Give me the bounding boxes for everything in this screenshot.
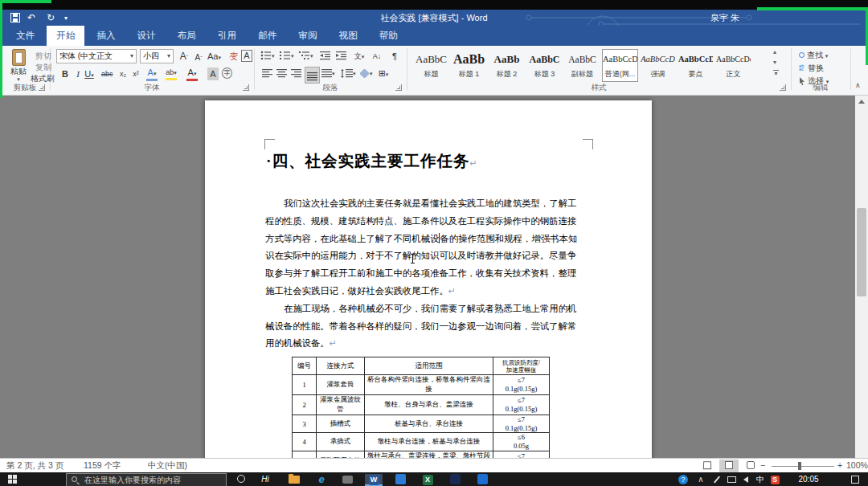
align-right-button[interactable] <box>291 68 301 78</box>
font-dialog-launcher[interactable] <box>243 84 249 91</box>
word-taskbar-icon[interactable]: W <box>365 474 383 486</box>
tab-design[interactable]: 设计 <box>128 26 166 46</box>
strikethrough-button[interactable]: abc <box>101 67 113 80</box>
change-case-button[interactable]: Aa▾ <box>207 50 221 64</box>
style-card-heading1[interactable]: AaBb标题 1 <box>451 49 487 82</box>
styles-scroll-down-button[interactable]: ▾ <box>773 59 776 66</box>
tray-chevron-icon[interactable]: ∧ <box>694 474 707 486</box>
notification-center-icon[interactable] <box>849 474 862 486</box>
align-left-button[interactable] <box>262 68 272 78</box>
zoom-out-button[interactable]: − <box>760 459 765 472</box>
phonetic-guide-button[interactable]: 变 <box>228 50 240 63</box>
style-card-heading3[interactable]: AaBbC标题 3 <box>526 49 563 82</box>
tray-help-icon[interactable]: ? <box>677 474 690 486</box>
tab-insert[interactable]: 插入 <box>87 26 125 46</box>
clipboard-dialog-launcher[interactable] <box>39 84 45 91</box>
photos-app-icon[interactable] <box>476 474 489 486</box>
tab-home[interactable]: 开始 <box>47 26 84 46</box>
replace-button[interactable]: abac替换 <box>799 63 824 73</box>
increase-indent-button[interactable] <box>336 51 347 60</box>
clock[interactable]: 20:05 <box>792 474 825 486</box>
zoom-slider-track[interactable] <box>772 466 834 467</box>
borders-button[interactable]: ⊞▾ <box>378 67 389 81</box>
read-mode-button[interactable] <box>698 459 717 472</box>
sogou-icon[interactable]: S <box>768 474 781 486</box>
document-page[interactable]: ·四、社会实践主要工作任务↵ 我们这次社会实践的主要任务就是看懂社会实践工地的建… <box>205 100 652 458</box>
styles-more-button[interactable]: ▼ <box>773 70 779 76</box>
excel-taskbar-icon[interactable]: X <box>421 474 434 486</box>
decrease-indent-button[interactable] <box>320 51 331 60</box>
web-layout-button[interactable] <box>741 459 760 472</box>
scrollbar-thumb[interactable] <box>857 208 866 296</box>
volume-tray-icon[interactable] <box>739 474 752 486</box>
app-icon-blue[interactable] <box>394 474 407 486</box>
bullets-button[interactable]: ▾ <box>260 51 275 60</box>
styles-scroll-up-button[interactable]: ▴ <box>773 48 776 55</box>
shrink-font-button[interactable]: Aˇ <box>193 51 204 65</box>
justify-button[interactable] <box>305 67 320 84</box>
style-card-body-text[interactable]: AaBbCcDd正文 <box>715 49 751 82</box>
app-icon-navy[interactable] <box>448 474 461 486</box>
ime-indicator[interactable]: 中 <box>754 474 767 486</box>
style-card-emphasis[interactable]: AaBbCcD强调 <box>640 49 676 82</box>
multilevel-list-button[interactable]: ▾ <box>299 51 313 60</box>
shading-button[interactable]: ▾ <box>360 68 373 78</box>
tab-help[interactable]: 帮助 <box>370 26 407 46</box>
font-color-button[interactable]: A▾ <box>186 67 198 81</box>
account-name[interactable]: 泉宇 朱 <box>710 10 739 26</box>
tab-file[interactable]: 文件 <box>6 26 44 46</box>
styles-dialog-launcher[interactable] <box>780 84 786 91</box>
scroll-up-arrow[interactable] <box>858 100 865 104</box>
sort-button[interactable]: A↓ <box>371 50 383 63</box>
font-size-combo[interactable]: ▾小四 <box>140 49 174 63</box>
font-name-combo[interactable]: ▾宋体 (中文正文 <box>56 49 137 63</box>
zoom-level[interactable]: 100% <box>846 459 868 472</box>
character-border-button[interactable]: A <box>241 50 252 62</box>
line-spacing-button[interactable]: ▾ <box>341 68 356 78</box>
style-card-title[interactable]: AaBbC标题 <box>413 49 449 82</box>
camera-app-icon[interactable] <box>341 474 354 486</box>
cortana-icon[interactable] <box>235 474 248 486</box>
language-indicator[interactable]: 中文(中国) <box>148 459 187 472</box>
zoom-in-button[interactable]: + <box>837 459 842 472</box>
hi-app-icon[interactable]: Hi <box>259 474 272 486</box>
asian-layout-button[interactable]: 文▾ <box>354 50 365 63</box>
cut-button[interactable]: 剪切 <box>35 51 51 61</box>
file-explorer-icon[interactable] <box>288 474 301 486</box>
subscript-button[interactable]: x₂ <box>117 67 129 80</box>
enclose-characters-button[interactable]: 字 <box>222 67 232 79</box>
page-indicator[interactable]: 第 2 页, 共 3 页 <box>6 459 63 472</box>
tab-review[interactable]: 审阅 <box>289 26 326 46</box>
word-count[interactable]: 1159 个字 <box>84 459 121 472</box>
bold-button[interactable]: B <box>59 67 71 80</box>
edge-browser-icon[interactable]: e <box>315 474 328 486</box>
collapse-ribbon-button[interactable]: ∧ <box>855 81 861 89</box>
copy-button[interactable]: 复制 <box>35 62 51 72</box>
align-center-button[interactable] <box>276 68 287 78</box>
grow-font-button[interactable]: Aˆ <box>178 50 190 64</box>
style-card-strong[interactable]: AaBbCcD要点 <box>678 49 714 82</box>
pen-tray-icon[interactable] <box>710 474 723 486</box>
tab-view[interactable]: 视图 <box>330 26 367 46</box>
monitor-tray-icon[interactable] <box>725 474 738 486</box>
taskbar-search-input[interactable]: 在这里输入你要搜索的内容 <box>66 473 227 486</box>
zoom-slider-thumb[interactable] <box>798 462 801 470</box>
superscript-button[interactable]: x² <box>130 67 141 80</box>
print-layout-button[interactable] <box>719 459 739 472</box>
vertical-scrollbar[interactable] <box>855 96 868 458</box>
style-card-subtitle[interactable]: AaBbC副标题 <box>564 49 600 82</box>
numbering-button[interactable]: ▾ <box>280 51 294 60</box>
tab-layout[interactable]: 布局 <box>168 26 206 46</box>
find-button[interactable]: 查找 ▾ <box>799 50 828 61</box>
character-shading-button[interactable]: A <box>207 67 219 80</box>
text-highlight-button[interactable]: ab▾ <box>166 67 177 80</box>
text-effects-button[interactable]: A▾ <box>146 67 158 81</box>
tab-mailings[interactable]: 邮件 <box>248 26 286 46</box>
paste-button[interactable]: 粘贴 ▾ <box>6 49 31 83</box>
distribute-button[interactable]: ▾ <box>321 68 335 78</box>
underline-button[interactable]: U▾ <box>84 67 95 82</box>
style-card-heading2[interactable]: AaBb标题 2 <box>489 49 525 82</box>
italic-button[interactable]: I <box>72 67 84 80</box>
show-paragraph-marks-button[interactable]: ¶ <box>389 50 400 63</box>
document-canvas[interactable]: ·四、社会实践主要工作任务↵ 我们这次社会实践的主要任务就是看懂社会实践工地的建… <box>0 96 868 458</box>
